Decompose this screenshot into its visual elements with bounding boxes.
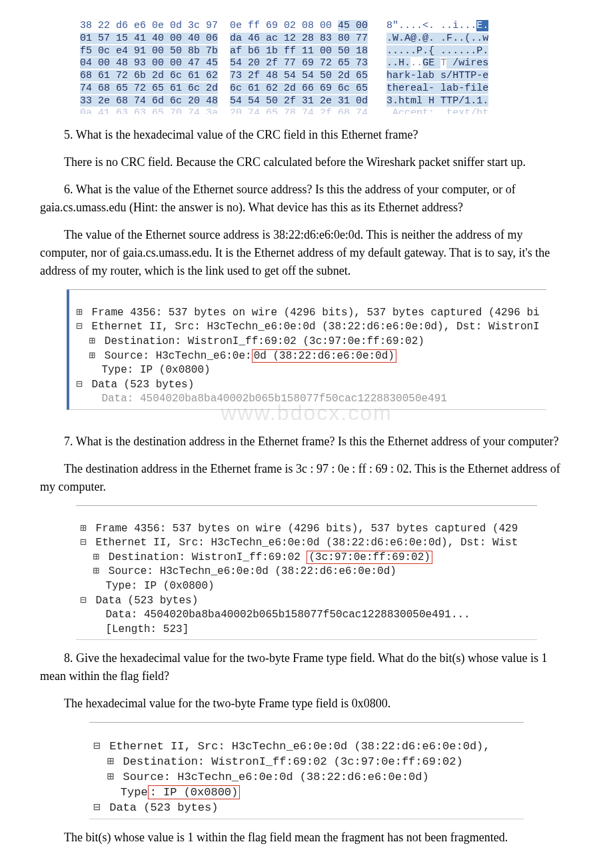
expand-icon: ⊞ bbox=[76, 306, 85, 321]
hex-row: f5 0c e4 91 00 50 8b 7b af b6 1b ff 11 0… bbox=[80, 45, 533, 58]
q8-question: 8. Give the hexadecimal value for the tw… bbox=[40, 649, 573, 685]
hex-row: 0a 41 63 63 65 70 74 3a 20 74 65 78 74 2… bbox=[80, 107, 533, 114]
q7-answer: The destination address in the Ethernet … bbox=[40, 460, 573, 496]
expand-icon: ⊞ bbox=[93, 565, 102, 579]
collapse-icon: ⊟ bbox=[93, 739, 103, 755]
collapse-icon: ⊟ bbox=[76, 378, 85, 393]
collapse-icon: ⊟ bbox=[76, 320, 85, 335]
expand-icon: ⊞ bbox=[89, 335, 98, 349]
q6-question: 6. What is the value of the Ethernet sou… bbox=[40, 181, 573, 217]
hex-row: 38 22 d6 e6 0e 0d 3c 97 0e ff 69 02 08 0… bbox=[80, 20, 533, 33]
collapse-icon: ⊟ bbox=[80, 536, 89, 551]
q8-answer-1: The hexadecimal value for the two-byte F… bbox=[40, 695, 573, 713]
hex-row: 33 2e 68 74 6d 6c 20 48 54 54 50 2f 31 2… bbox=[80, 95, 533, 108]
q7-question: 7. What is the destination address in th… bbox=[40, 433, 573, 451]
wireshark-detail-1: ⊞ Frame 4356: 537 bytes on wire (4296 bi… bbox=[67, 289, 546, 410]
q6-answer: The value of the Ethernet source address… bbox=[40, 226, 573, 280]
hex-row: 04 00 48 93 00 00 47 45 54 20 2f 77 69 7… bbox=[80, 57, 533, 70]
highlight-box: : IP (0x0800) bbox=[148, 785, 241, 799]
wireshark-detail-3: ⊟ Ethernet II, Src: H3cTechn_e6:0e:0d (3… bbox=[89, 722, 524, 819]
expand-icon: ⊞ bbox=[80, 522, 89, 537]
hex-row: 68 61 72 6b 2d 6c 61 62 73 2f 48 54 54 5… bbox=[80, 70, 533, 83]
q5-question: 5. What is the hexadecimal value of the … bbox=[40, 126, 573, 144]
hex-dump-panel: 38 22 d6 e6 0e 0d 3c 97 0e ff 69 02 08 0… bbox=[80, 20, 533, 114]
wireshark-detail-2: ⊞ Frame 4356: 537 bytes on wire (4296 bi… bbox=[76, 505, 537, 640]
q5-answer: There is no CRC field. Because the CRC c… bbox=[40, 153, 573, 171]
expand-icon: ⊞ bbox=[107, 770, 116, 785]
hex-row: 01 57 15 41 40 00 40 06 da 46 ac 12 28 8… bbox=[80, 33, 533, 45]
collapse-icon: ⊟ bbox=[80, 594, 89, 609]
expand-icon: ⊞ bbox=[107, 755, 116, 770]
expand-icon: ⊞ bbox=[89, 349, 98, 364]
collapse-icon: ⊟ bbox=[93, 801, 103, 816]
highlight-box: 0d (38:22:d6:e6:0e:0d) bbox=[252, 349, 396, 363]
q8-answer-2: The bit(s) whose value is 1 within the f… bbox=[40, 829, 573, 847]
hex-row: 74 68 65 72 65 61 6c 2d 6c 61 62 2d 66 6… bbox=[80, 83, 533, 95]
expand-icon: ⊞ bbox=[93, 551, 102, 565]
highlight-box: (3c:97:0e:ff:69:02) bbox=[306, 551, 432, 564]
